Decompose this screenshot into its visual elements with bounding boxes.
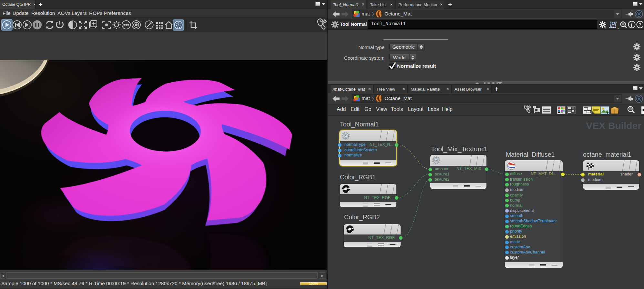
svg-text:i: i bbox=[631, 22, 632, 28]
svg-text:H: H bbox=[609, 20, 617, 29]
svg-text:+: + bbox=[606, 110, 609, 115]
svg-text:?: ? bbox=[639, 22, 641, 27]
